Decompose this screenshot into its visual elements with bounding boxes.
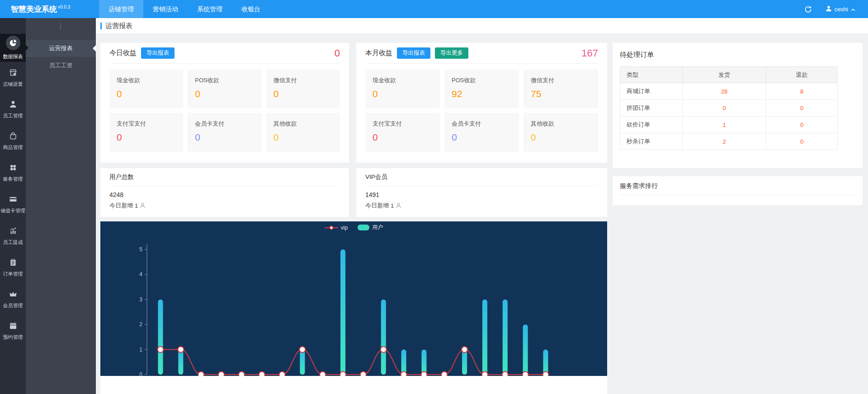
legend-item-vip[interactable]: vip <box>325 225 348 231</box>
card-header: 今日收益 导出报表 0 <box>109 43 340 64</box>
refund-count-cell[interactable]: 0 <box>766 117 838 133</box>
ship-count-cell[interactable]: 0 <box>683 100 766 117</box>
top-menu-item[interactable]: 店铺管理 <box>99 0 143 18</box>
pending-orders-table: 类型发货退款商城订单288拼团订单00砍价订单10秒杀订单20 <box>620 66 838 150</box>
ship-count-cell[interactable]: 28 <box>683 83 766 100</box>
top-menu-item[interactable]: 系统管理 <box>188 0 232 18</box>
card-title: 服务需求排行 <box>620 176 855 195</box>
new-today-label: 今日新增 <box>365 202 389 210</box>
sidebar-item-label: 会员管理 <box>3 302 23 309</box>
vip-total-value: 1491 <box>365 191 598 198</box>
card-header: 本月收益 导出报表 导出更多 167 <box>365 43 598 64</box>
stat-box: 支付宝支付0 <box>365 113 440 152</box>
sidebar-item-2[interactable]: 店铺设置 <box>0 62 26 94</box>
chevron-up-icon <box>851 6 855 13</box>
commission-chart-icon <box>9 226 18 236</box>
table-row: 商城订单288 <box>620 83 838 100</box>
card-title: 用户总数 <box>109 168 340 186</box>
sidebar-item-4[interactable]: 商品管理 <box>0 125 26 157</box>
booking-calendar-icon <box>9 321 18 331</box>
vip-new-today: 今日新增 1 <box>365 202 598 210</box>
sidebar-collapse-dots[interactable]: ⋮ <box>26 18 96 34</box>
main-content: 运营报表 今日收益 导出报表 0 现金收款0POS收款0微信支付0支付宝支付0会… <box>96 18 868 394</box>
sidebar-item-label: 订单管理 <box>3 271 23 277</box>
legend-item-users[interactable]: 用户 <box>358 224 383 231</box>
chart-legend: vip 用户 <box>100 224 607 231</box>
stat-label: 会员卡支付 <box>452 120 512 128</box>
service-rank-card: 服务需求排行 <box>613 176 863 205</box>
card-title: VIP会员 <box>365 168 598 186</box>
sidebar-item-1[interactable]: 数据报表 <box>0 34 26 62</box>
stat-label: 微信支付 <box>531 76 591 84</box>
sidebar-item-10[interactable]: 预约管理 <box>0 315 26 347</box>
export-more-button[interactable]: 导出更多 <box>435 47 468 59</box>
sidebar-item-8[interactable]: 订单管理 <box>0 252 26 283</box>
sidebar-item-label: 储值卡管理 <box>0 207 25 214</box>
export-report-button[interactable]: 导出报表 <box>397 47 430 59</box>
stat-box: 会员卡支付0 <box>188 113 261 152</box>
app-logo: 智慧美业系统v0.0.3 <box>0 4 99 14</box>
refresh-icon[interactable] <box>804 5 812 13</box>
pie-chart-icon <box>6 36 20 50</box>
goods-bag-icon <box>9 131 18 141</box>
table-row: 秒杀订单20 <box>620 133 838 150</box>
vip-members-card: VIP会员 1491 今日新增 1 <box>356 168 607 217</box>
table-header-cell: 退款 <box>766 67 838 83</box>
stat-value: 92 <box>452 89 512 99</box>
line-swatch-icon <box>325 225 338 230</box>
submenu-item[interactable]: 员工工资 <box>26 57 96 74</box>
top-menu: 店铺管理营销活动系统管理收银台 <box>99 0 270 18</box>
sidebar-item-7[interactable]: 员工提成 <box>0 220 26 252</box>
sidebar-item-label: 数据报表 <box>3 53 23 60</box>
new-today-value: 1 <box>391 202 394 209</box>
export-report-button[interactable]: 导出报表 <box>141 47 175 59</box>
page-title-bar: 运营报表 <box>96 18 868 34</box>
secondary-menu: 运营报表员工工资 <box>26 40 96 74</box>
new-today-label: 今日新增 <box>109 202 133 210</box>
submenu-item[interactable]: 运营报表 <box>26 40 96 57</box>
top-menu-item[interactable]: 营销活动 <box>143 0 188 18</box>
svg-text:4: 4 <box>139 271 142 277</box>
stat-box: 现金收款0 <box>109 70 183 108</box>
month-total-value: 167 <box>581 47 598 59</box>
store-icon <box>9 68 18 78</box>
service-icon <box>9 163 18 173</box>
top-menu-item[interactable]: 收银台 <box>232 0 270 18</box>
sidebar-item-6[interactable]: 储值卡管理 <box>0 188 26 220</box>
stat-value: 0 <box>373 89 433 99</box>
bar-line-chart: 012345 <box>100 221 607 376</box>
stat-box: 微信支付0 <box>266 70 340 108</box>
user-vip-chart-card: vip 用户 012345 <box>100 221 607 394</box>
sidebar-item-label: 员工管理 <box>3 113 23 119</box>
stat-value: 0 <box>531 132 591 143</box>
pending-orders-card: 待处理订单 类型发货退款商城订单288拼团订单00砍价订单10秒杀订单20 <box>613 43 863 168</box>
refund-count-cell[interactable]: 0 <box>766 133 838 150</box>
refund-count-cell[interactable]: 0 <box>766 100 838 117</box>
staff-icon <box>9 99 18 109</box>
ship-count-cell[interactable]: 2 <box>683 133 766 150</box>
sidebar-item-label: 商品管理 <box>3 144 23 151</box>
stat-value: 0 <box>274 132 333 143</box>
order-type-cell: 砍价订单 <box>620 117 683 133</box>
card-title: 待处理订单 <box>620 43 855 66</box>
sidebar-item-5[interactable]: 服务管理 <box>0 157 26 188</box>
table-row: 拼团订单00 <box>620 100 838 117</box>
user-menu[interactable]: ceshi <box>826 5 855 13</box>
table-header-cell: 类型 <box>620 67 683 83</box>
today-stats-grid: 现金收款0POS收款0微信支付0支付宝支付0会员卡支付0其他收款0 <box>109 70 340 152</box>
stat-label: 微信支付 <box>274 76 333 84</box>
main-sidebar: 数据报表店铺设置员工管理商品管理服务管理储值卡管理员工提成订单管理会员管理预约管… <box>0 18 26 394</box>
sidebar-item-3[interactable]: 员工管理 <box>0 94 26 125</box>
card-title: 今日收益 <box>109 49 137 57</box>
users-total-card: 用户总数 4248 今日新增 1 <box>100 168 349 217</box>
table-header-cell: 发货 <box>683 67 766 83</box>
refund-count-cell[interactable]: 8 <box>766 83 838 100</box>
users-new-today: 今日新增 1 <box>109 202 340 210</box>
sidebar-item-9[interactable]: 会员管理 <box>0 283 26 315</box>
stat-box: 其他收款0 <box>524 113 598 152</box>
today-revenue-card: 今日收益 导出报表 0 现金收款0POS收款0微信支付0支付宝支付0会员卡支付0… <box>100 43 349 163</box>
svg-text:2: 2 <box>139 321 142 328</box>
order-type-cell: 拼团订单 <box>620 100 683 117</box>
legend-label: 用户 <box>372 224 383 231</box>
ship-count-cell[interactable]: 1 <box>683 117 766 133</box>
